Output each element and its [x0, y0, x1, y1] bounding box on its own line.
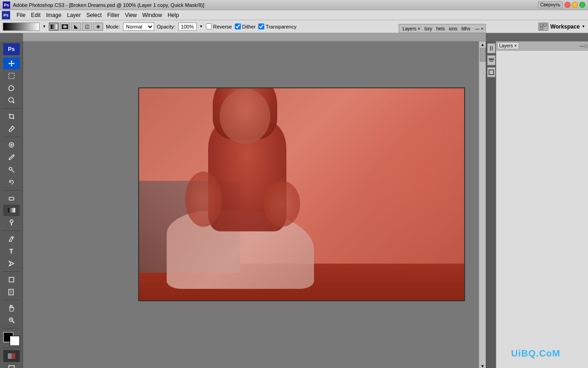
clone-stamp-tool[interactable] — [3, 164, 20, 176]
panel-minimize-btn[interactable]: — — [475, 26, 479, 31]
menu-image[interactable]: Image — [43, 11, 64, 19]
rectangular-marquee-tool[interactable] — [3, 70, 20, 82]
svg-point-12 — [9, 167, 12, 170]
quick-mask-mode-btn[interactable] — [3, 350, 20, 362]
menu-edit[interactable]: Edit — [28, 11, 43, 19]
menu-filter[interactable]: Filter — [105, 11, 122, 19]
wall-texture — [326, 88, 464, 300]
quick-select-tool[interactable] — [3, 95, 20, 107]
reverse-checkbox[interactable] — [206, 23, 212, 29]
svg-rect-1 — [62, 24, 68, 29]
panel-column: Layers × — □ — [496, 41, 588, 368]
dither-checkbox[interactable] — [235, 23, 241, 29]
radial-gradient-btn[interactable] — [60, 23, 70, 31]
ps-logo-menu: Ps — [2, 11, 10, 19]
opacity-input[interactable] — [178, 23, 197, 31]
right-panel-btn-2[interactable] — [487, 55, 495, 65]
workspace-dropdown-arrow[interactable]: ▼ — [582, 24, 585, 29]
panel-tab-actions[interactable]: ions — [448, 26, 459, 31]
angle-gradient-btn[interactable]: ◣ — [71, 23, 81, 31]
right-panel — [486, 41, 496, 368]
linear-gradient-btn[interactable] — [49, 23, 59, 31]
toolbar-sep-3 — [2, 190, 20, 190]
gradient-tool[interactable] — [3, 205, 20, 217]
svg-rect-5 — [9, 73, 14, 79]
transparency-checkbox[interactable] — [258, 23, 264, 29]
panel-tab-paths[interactable]: bths — [460, 26, 472, 31]
shape-tool[interactable] — [3, 274, 20, 286]
vertical-scrollbar[interactable]: ▲ ▼ — [479, 41, 486, 368]
right-panel-btn-3[interactable] — [487, 67, 495, 77]
transparency-label: Transparency — [266, 24, 297, 29]
svg-rect-13 — [9, 197, 14, 200]
scroll-up-arrow[interactable]: ▲ — [479, 41, 486, 48]
workspace-icon[interactable] — [538, 23, 548, 31]
gradient-preview[interactable] — [3, 23, 40, 31]
toolbar-sep-1 — [2, 108, 20, 109]
menu-window[interactable]: Window — [140, 11, 165, 19]
move-tool[interactable] — [3, 58, 20, 69]
screen-mode-btn[interactable] — [3, 362, 20, 368]
history-brush-tool[interactable] — [3, 176, 20, 188]
right-panel-btn-1[interactable] — [487, 43, 495, 53]
background-color[interactable] — [10, 336, 20, 346]
close-button[interactable] — [565, 2, 571, 8]
left-toolbar: Ps — [0, 41, 23, 368]
collapse-button[interactable]: Свернуть — [538, 1, 563, 8]
scroll-down-arrow[interactable]: ▼ — [479, 364, 486, 368]
brush-tool[interactable] — [3, 151, 20, 163]
zoom-tool[interactable] — [3, 315, 20, 327]
panel-tab-layers[interactable]: Layers × — [401, 26, 422, 31]
opacity-arrow[interactable]: ▼ — [199, 24, 203, 29]
mode-select[interactable]: Normal Dissolve Multiply Screen — [123, 23, 154, 31]
menu-layer[interactable]: Layer — [64, 11, 83, 19]
toolbar-sep-7 — [2, 328, 20, 328]
toolbar-sep-6 — [2, 300, 20, 300]
photo-canvas — [138, 87, 465, 301]
transparency-group: Transparency — [258, 23, 297, 29]
type-tool[interactable]: T — [3, 245, 20, 257]
panel-body — [496, 51, 588, 368]
ps-logo-title: Ps — [3, 1, 10, 9]
panel-restore-icon[interactable]: □ — [585, 44, 587, 48]
svg-rect-18 — [9, 277, 14, 282]
panel-minimize-icon[interactable]: — — [580, 44, 584, 48]
dither-group: Dither — [235, 23, 256, 29]
svg-rect-2 — [540, 24, 543, 26]
foreground-background-colors[interactable] — [3, 332, 20, 346]
menu-view[interactable]: View — [122, 11, 140, 19]
menu-help[interactable]: Help — [165, 11, 182, 19]
lasso-tool[interactable] — [3, 82, 20, 94]
dodge-tool[interactable] — [3, 217, 20, 229]
spot-heal-tool[interactable] — [3, 139, 20, 151]
workspace-label: Workspace — [550, 23, 580, 30]
reflected-gradient-btn[interactable]: ◫ — [82, 23, 92, 31]
svg-rect-3 — [544, 24, 547, 26]
options-bar: ▼ ◣ ◫ ◈ Mode: Normal Dissolve Multiply S… — [0, 20, 588, 33]
diamond-gradient-btn[interactable]: ◈ — [93, 23, 103, 31]
dither-label: Dither — [242, 24, 256, 29]
gradient-arrow[interactable]: ▼ — [42, 24, 46, 29]
eyedropper-tool[interactable] — [3, 123, 20, 135]
eraser-tool[interactable] — [3, 192, 20, 204]
photo-inner — [139, 88, 464, 300]
panel-tab-history[interactable]: tory — [423, 26, 434, 31]
panel-close-btn[interactable]: × — [481, 26, 483, 31]
panel-tab-layers-main[interactable]: Layers × — [497, 42, 519, 49]
svg-line-7 — [13, 102, 14, 103]
path-select-tool[interactable] — [3, 258, 20, 270]
panel-tab-channels[interactable]: hels — [435, 26, 446, 31]
hand-tool[interactable] — [3, 302, 20, 314]
minimize-button[interactable] — [572, 2, 578, 8]
main-area: Ps — [0, 41, 588, 368]
vertical-scroll-thumb[interactable] — [480, 48, 486, 62]
crop-tool[interactable] — [3, 110, 20, 122]
maximize-button[interactable] — [579, 2, 585, 8]
menu-select[interactable]: Select — [83, 11, 104, 19]
gradient-types: ◣ ◫ ◈ — [49, 23, 103, 31]
pen-tool[interactable] — [3, 233, 20, 245]
notes-tool[interactable] — [3, 286, 20, 298]
toolbar-sep-4 — [2, 230, 20, 231]
svg-rect-14 — [8, 208, 15, 213]
menu-file[interactable]: File — [14, 11, 28, 19]
